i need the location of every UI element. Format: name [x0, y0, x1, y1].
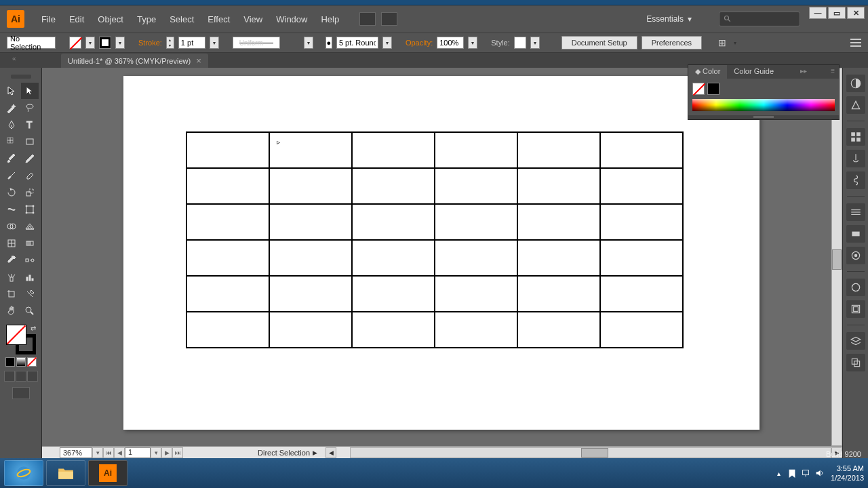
bridge-icon[interactable] [359, 12, 376, 26]
toolbox-handle[interactable] [11, 75, 31, 79]
direct-selection-tool[interactable] [21, 83, 39, 99]
rotate-tool[interactable] [3, 184, 20, 201]
taskbar-ie[interactable] [4, 460, 43, 486]
hscroll-left[interactable]: ◀ [326, 447, 336, 458]
fill-dropdown[interactable] [85, 37, 95, 49]
type-tool[interactable]: T [21, 117, 39, 133]
stroke-dropdown[interactable] [115, 37, 125, 49]
artboard[interactable]: ▹ [123, 76, 760, 430]
swatches-panel-icon[interactable] [846, 128, 865, 146]
profile-dropdown[interactable] [304, 37, 313, 49]
last-artboard-button[interactable]: ⏭ [172, 447, 183, 458]
preferences-button[interactable]: Preferences [642, 36, 702, 49]
width-tool[interactable] [3, 201, 20, 218]
vertical-scrollbar[interactable] [831, 68, 842, 446]
scale-tool[interactable] [21, 184, 39, 201]
artboard-tool[interactable] [3, 286, 20, 302]
stroke-panel-icon[interactable] [846, 203, 865, 221]
fill-color-box[interactable] [6, 325, 26, 345]
panel-stroke-swatch[interactable] [707, 83, 719, 95]
volume-icon[interactable] [814, 468, 824, 478]
taskbar-illustrator[interactable]: Ai [88, 460, 127, 486]
draw-normal[interactable] [4, 371, 15, 382]
gradient-tool[interactable] [21, 235, 39, 251]
artboards-panel-icon[interactable] [846, 354, 865, 371]
stroke-spinner[interactable]: ▴▾ [166, 37, 174, 49]
appearance-panel-icon[interactable] [846, 279, 865, 296]
panel-menu-icon[interactable]: ≡ [827, 65, 839, 79]
menu-help[interactable]: Help [314, 12, 346, 27]
symbol-sprayer-tool[interactable] [3, 269, 20, 285]
color-mode-gradient[interactable] [16, 357, 26, 367]
color-spectrum[interactable] [692, 99, 835, 111]
column-graph-tool[interactable] [21, 269, 39, 285]
prev-artboard-button[interactable]: ◀ [114, 447, 125, 458]
opacity-dropdown[interactable] [468, 37, 477, 49]
hscroll-thumb[interactable] [581, 448, 608, 458]
gradient-panel-icon[interactable] [846, 225, 865, 243]
workspace-switcher[interactable]: Essentials ▾ [646, 14, 692, 24]
lasso-tool[interactable] [21, 100, 39, 116]
paintbrush-tool[interactable] [3, 150, 20, 167]
horizontal-scrollbar[interactable] [350, 447, 831, 458]
color-panel-icon[interactable] [846, 75, 865, 92]
pen-tool[interactable] [3, 117, 20, 133]
search-input[interactable] [719, 12, 800, 26]
menu-effect[interactable]: Effect [201, 12, 237, 27]
symbols-panel-icon[interactable] [846, 171, 865, 189]
options-menu-icon[interactable] [850, 39, 861, 47]
draw-inside[interactable] [27, 371, 38, 382]
panel-resize-handle[interactable] [688, 115, 839, 119]
arrange-docs-icon[interactable] [381, 12, 397, 26]
zoom-input[interactable]: 367% [60, 447, 92, 458]
screen-mode-button[interactable] [12, 387, 30, 399]
color-panel[interactable]: ◆ Color Color Guide ▸▸ ≡ [688, 64, 840, 120]
taskbar-explorer[interactable] [46, 460, 85, 486]
vscroll-thumb[interactable] [832, 249, 842, 270]
eraser-tool[interactable] [21, 167, 39, 184]
show-hidden-icons[interactable]: ▴ [777, 470, 781, 477]
stroke-swatch[interactable] [99, 37, 111, 49]
eyedropper-tool[interactable] [3, 252, 20, 268]
panel-fill-swatch[interactable] [692, 83, 705, 95]
selection-tool[interactable] [3, 83, 20, 99]
color-mode-none[interactable] [27, 357, 37, 367]
shape-builder-tool[interactable] [3, 218, 20, 235]
minimize-button[interactable]: — [809, 7, 827, 19]
next-artboard-button[interactable]: ▶ [161, 447, 172, 458]
blend-tool[interactable] [21, 252, 39, 268]
brush-input[interactable] [336, 37, 378, 49]
menu-file[interactable]: File [35, 12, 62, 27]
perspective-grid-tool[interactable] [21, 218, 39, 235]
grid-object[interactable] [186, 131, 684, 348]
menu-type[interactable]: Type [130, 12, 163, 27]
menu-window[interactable]: Window [269, 12, 314, 27]
rectangle-tool[interactable] [21, 134, 39, 150]
slice-tool[interactable] [21, 286, 39, 302]
style-dropdown[interactable] [530, 37, 540, 49]
artboard-number-input[interactable]: 1 [125, 447, 151, 458]
free-transform-tool[interactable] [21, 201, 39, 218]
clock[interactable]: 3:55 AM 1/24/2013 [831, 464, 864, 483]
document-tab[interactable]: Untitled-1* @ 367% (CMYK/Preview) × [61, 54, 208, 68]
opacity-input[interactable] [437, 37, 464, 49]
status-dropdown-icon[interactable]: ▶ [313, 449, 317, 456]
zoom-dropdown[interactable]: ▾ [92, 447, 103, 458]
menu-view[interactable]: View [237, 12, 269, 27]
line-tool[interactable] [3, 134, 20, 150]
canvas-area[interactable]: ▹ [42, 68, 842, 458]
draw-behind[interactable] [16, 371, 26, 382]
stroke-weight-input[interactable] [178, 37, 205, 49]
hand-tool[interactable] [3, 303, 20, 319]
color-mode-color[interactable] [5, 357, 15, 367]
menu-object[interactable]: Object [91, 12, 130, 27]
color-guide-panel-icon[interactable] [846, 96, 865, 114]
menu-select[interactable]: Select [163, 12, 201, 27]
document-setup-button[interactable]: Document Setup [561, 36, 637, 49]
zoom-tool[interactable] [21, 303, 39, 319]
style-swatch[interactable] [514, 37, 526, 49]
brushes-panel-icon[interactable] [846, 150, 865, 167]
network-icon[interactable] [801, 468, 810, 478]
close-tab-icon[interactable]: × [196, 56, 201, 66]
artboard-dropdown[interactable]: ▾ [151, 447, 161, 458]
